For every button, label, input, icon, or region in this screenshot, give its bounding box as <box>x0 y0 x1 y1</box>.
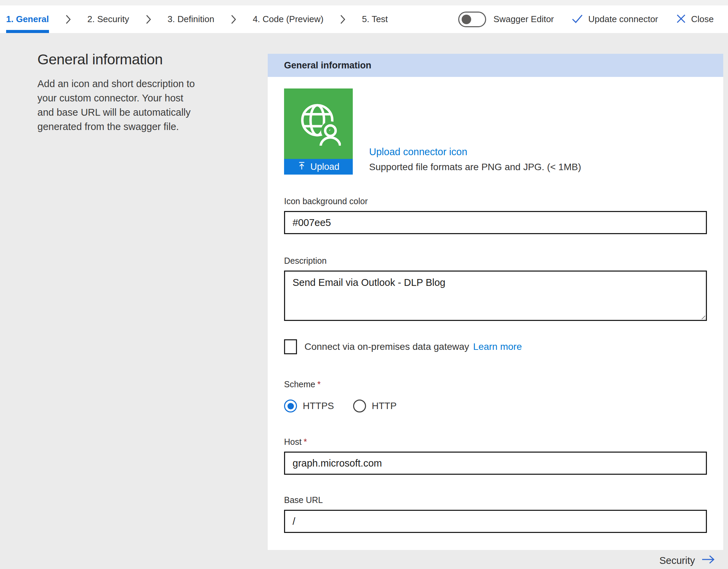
upload-connector-icon-link[interactable]: Upload connector icon <box>369 146 467 158</box>
window-top-strip <box>0 0 728 5</box>
wizard-steps: 1. General 2. Security 3. Definition 4. … <box>6 5 388 33</box>
host-field: Host* <box>284 437 707 475</box>
scheme-radio-group: HTTPS HTTP <box>284 400 707 412</box>
update-connector-label: Update connector <box>588 14 658 25</box>
radio-option-https[interactable]: HTTPS <box>284 400 334 412</box>
required-asterisk: * <box>317 379 321 389</box>
icon-background-color-field: Icon background color <box>284 196 707 234</box>
update-connector-button[interactable]: Update connector <box>572 14 658 25</box>
close-icon <box>676 14 686 25</box>
scheme-label: Scheme* <box>284 379 707 389</box>
host-label: Host* <box>284 437 707 447</box>
close-button[interactable]: Close <box>676 14 714 25</box>
icon-background-color-input[interactable] <box>284 211 707 234</box>
swagger-editor-toggle-group: Swagger Editor <box>458 12 554 27</box>
gateway-label: Connect via on-premises data gateway Lea… <box>304 341 522 352</box>
page-title: General information <box>37 51 198 68</box>
base-url-label: Base URL <box>284 495 707 505</box>
tab-code-preview[interactable]: 4. Code (Preview) <box>253 5 324 33</box>
description-field: Description Send Email via Outlook - DLP… <box>284 256 707 321</box>
panel-body: Upload Upload connector icon Supported f… <box>268 77 723 550</box>
connector-icon-image <box>284 88 353 159</box>
icon-background-color-label: Icon background color <box>284 196 707 206</box>
swagger-editor-toggle[interactable] <box>458 12 486 27</box>
globe-user-icon <box>296 101 341 147</box>
tab-general[interactable]: 1. General <box>6 5 49 33</box>
gateway-checkbox-row: Connect via on-premises data gateway Lea… <box>284 339 707 354</box>
chevron-right-icon <box>146 5 151 33</box>
base-url-input[interactable] <box>284 510 707 533</box>
chevron-right-icon <box>65 5 71 33</box>
panel-header: General information <box>268 54 723 77</box>
general-information-panel: General information <box>268 54 723 550</box>
close-label: Close <box>691 14 714 25</box>
security-next-button[interactable]: Security <box>659 554 716 567</box>
upload-format-hint: Supported file formats are PNG and JPG. … <box>369 162 581 173</box>
topbar-actions: Swagger Editor Update connector Close <box>458 5 714 33</box>
tab-definition[interactable]: 3. Definition <box>168 5 214 33</box>
toggle-knob-icon <box>462 15 471 24</box>
base-url-field: Base URL <box>284 495 707 533</box>
arrow-right-icon <box>701 554 716 567</box>
upload-button[interactable]: Upload <box>284 159 353 175</box>
chevron-right-icon <box>340 5 346 33</box>
host-input[interactable] <box>284 452 707 475</box>
required-asterisk: * <box>303 437 307 446</box>
page-description: Add an icon and short description to you… <box>37 77 198 134</box>
description-label: Description <box>284 256 707 266</box>
gateway-checkbox[interactable] <box>284 339 297 354</box>
scheme-field: Scheme* HTTPS HTTP <box>284 379 707 412</box>
checkmark-icon <box>572 14 583 25</box>
radio-unselected-icon <box>353 400 366 412</box>
radio-selected-icon <box>284 400 297 412</box>
chevron-right-icon <box>231 5 236 33</box>
step-description-panel: General information Add an icon and shor… <box>37 51 198 134</box>
swagger-editor-label: Swagger Editor <box>494 14 554 25</box>
connector-icon-section: Upload Upload connector icon Supported f… <box>284 88 707 175</box>
tab-test[interactable]: 5. Test <box>362 5 388 33</box>
radio-https-label: HTTPS <box>303 401 334 411</box>
upload-arrow-icon <box>297 161 306 173</box>
tab-security[interactable]: 2. Security <box>87 5 129 33</box>
wizard-topbar: 1. General 2. Security 3. Definition 4. … <box>0 5 728 33</box>
radio-http-label: HTTP <box>372 401 397 411</box>
security-next-label: Security <box>659 555 695 566</box>
radio-option-http[interactable]: HTTP <box>353 400 397 412</box>
description-textarea[interactable]: Send Email via Outlook - DLP Blog <box>284 271 707 321</box>
connector-icon-preview: Upload <box>284 88 353 175</box>
upload-info: Upload connector icon Supported file for… <box>369 146 581 173</box>
upload-button-label: Upload <box>310 162 340 172</box>
learn-more-link[interactable]: Learn more <box>473 341 522 352</box>
